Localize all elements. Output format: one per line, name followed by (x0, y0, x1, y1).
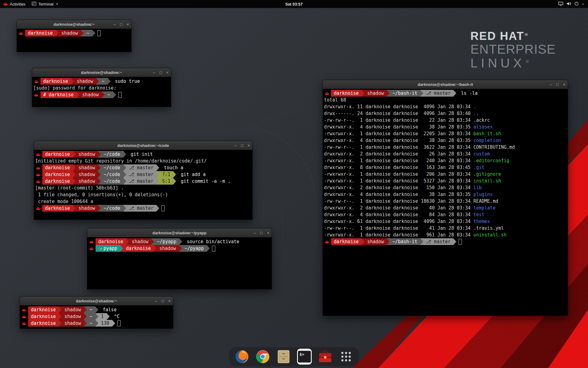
command-text: git commit -a -m . (178, 178, 231, 184)
powerline-separator (156, 164, 159, 171)
file-name: .git (473, 165, 484, 170)
maximize-button[interactable]: □ (120, 22, 123, 26)
terminal-body[interactable]: darknoiseshadow~/pyapp source bin/activa… (87, 237, 272, 289)
toolbox-icon[interactable] (318, 349, 333, 364)
terminal-cursor (161, 205, 165, 211)
powerline-separator (112, 320, 115, 327)
app-menu-terminal[interactable]: Terminal ▼ (28, 0, 61, 8)
prompt-segment-host: shadow (62, 313, 84, 320)
close-button[interactable]: × (168, 299, 171, 303)
close-button[interactable]: × (563, 82, 565, 86)
window-titlebar[interactable]: darknoise@shadow:~/code–□× (34, 141, 252, 150)
powerline-separator (207, 245, 210, 252)
files-icon[interactable] (276, 349, 291, 364)
minimize-button[interactable]: – (155, 299, 157, 303)
terminal-window[interactable]: darknoise@shadow:~/bash-it–□×darknoisesh… (322, 80, 568, 316)
terminal-window[interactable]: darknoise@shadow:~/code–□×darknoiseshado… (34, 141, 253, 220)
window-titlebar[interactable]: darknoise@shadow:~–□× (20, 297, 173, 305)
redhat-prompt-icon (325, 91, 329, 95)
ls-columns: drwx------. 24 darknoise darknoise 4096 … (324, 111, 473, 116)
redhat-prompt-icon (89, 247, 94, 250)
terminal-body[interactable]: darknoiseshadow~ (17, 29, 131, 52)
window-titlebar[interactable]: darknoise@shadow:~–□× (17, 20, 131, 29)
terminal-body[interactable]: darknoiseshadow~/code git initInitialize… (34, 150, 252, 220)
minimize-button[interactable]: – (234, 144, 236, 148)
maximize-button[interactable]: □ (260, 231, 263, 235)
prompt-segment-user: darknoise (42, 178, 73, 185)
maximize-button[interactable]: □ (556, 82, 559, 86)
maximize-button[interactable]: □ (162, 299, 164, 303)
ls-columns: drwxrwxr-x. 4 darknoise darknoise 84 Jan… (324, 212, 473, 217)
prompt-segment-user: darknoise (42, 171, 73, 178)
window-controls: –□× (153, 68, 168, 77)
file-name: test (473, 212, 484, 217)
powerline-separator (179, 245, 182, 252)
terminal-window[interactable]: darknoise@shadow:~–□×darknoiseshadow~ su… (32, 68, 171, 107)
terminal-line: drwxrwxr-x. 2 darknoise darknoise 40 Jan… (324, 205, 567, 211)
ls-columns: -rwxrwxr-x. 1 darknoise darknoise 5327 J… (324, 178, 473, 184)
power-icon (574, 1, 579, 7)
terminal-line: -rwxrwxr-x. 1 darknoise darknoise 961 Ja… (324, 232, 567, 238)
activities-button[interactable]: Activities (0, 0, 28, 8)
terminal-body[interactable]: darknoiseshadow~/bash-it⎇ master ls -lat… (323, 89, 568, 316)
terminal-line: drwxrwxr-x. 4 darknoise darknoise 84 Jan… (324, 211, 567, 218)
window-titlebar[interactable]: darknoise@shadow:~/pyapp–□× (87, 228, 272, 237)
command-text: ls -la (458, 90, 477, 96)
terminal-window[interactable]: darknoise@shadow:~–□×darknoiseshadow~ (17, 20, 132, 52)
powerline-separator (453, 238, 456, 245)
powerline-separator (386, 238, 390, 245)
powerline-separator (98, 151, 101, 158)
terminal-glyph: $> (298, 351, 311, 362)
close-button[interactable]: × (126, 22, 129, 26)
prompt-segment-path: ~/code (101, 171, 123, 178)
chrome-icon[interactable] (255, 349, 270, 364)
window-titlebar[interactable]: darknoise@shadow:~–□× (32, 68, 171, 77)
terminal-icon[interactable]: $> (297, 349, 312, 364)
terminal-body[interactable]: darknoiseshadow~ sudo true[sudo] passwor… (32, 77, 171, 107)
terminal-window[interactable]: darknoise@shadow:~/pyapp–□×darknoiseshad… (87, 228, 272, 289)
prompt-segment-user: # darknoise (40, 91, 76, 98)
close-button[interactable]: × (267, 231, 269, 235)
terminal-window[interactable]: darknoise@shadow:~–□×darknoiseshadow~ fa… (20, 296, 173, 329)
prompt-segment-user: darknoise (42, 164, 73, 171)
minimize-button[interactable]: – (153, 71, 155, 75)
maximize-button[interactable]: □ (160, 71, 162, 75)
close-button[interactable]: × (166, 71, 168, 75)
powerline-separator (420, 90, 423, 97)
terminal-line: drwxrwxr-x. 61 darknoise darknoise 4096 … (324, 218, 567, 225)
prompt-segment-host: shadow (364, 238, 386, 245)
powerline-separator (73, 164, 76, 171)
terminal-cursor (212, 246, 215, 251)
minimize-button[interactable]: – (550, 82, 552, 86)
powerline-separator (58, 313, 62, 320)
clock[interactable]: Sat 03:57 (282, 0, 306, 8)
redhat-prompt-icon (36, 152, 40, 156)
redhat-prompt-icon (22, 321, 26, 325)
app-grid-icon[interactable] (339, 349, 353, 364)
ls-columns: -rw-rw-r--. 1 darknoise darknoise 41 Jan… (324, 225, 473, 231)
windows-layer: darknoise@shadow:~–□×darknoiseshadow~dar… (0, 0, 588, 368)
terminal-line: create mode 100644 a (35, 198, 251, 205)
file-name: .ackrc (473, 117, 490, 123)
terminal-body[interactable]: darknoiseshadow~ falsedarknoiseshadow~1 … (20, 305, 173, 328)
ls-columns: drwxrwxr-x. 2 darknoise darknoise 150 Ja… (324, 185, 473, 190)
prompt-segment-user: darknoise (42, 151, 73, 158)
prompt-segment-host: shadow (76, 205, 98, 212)
maximize-button[interactable]: □ (241, 144, 243, 148)
terminal-line: drwxrwxr-x. 4 darknoise darknoise 38 Jan… (324, 191, 567, 198)
close-button[interactable]: × (247, 144, 250, 148)
powerline-separator (123, 178, 126, 185)
minimize-button[interactable]: – (113, 22, 115, 26)
prompt-segment-user: darknoise (42, 205, 73, 212)
prompt-segment-gitstat: S:1 (159, 178, 173, 185)
ls-columns: drwxrwxr-x. 4 darknoise darknoise 38 Jan… (324, 138, 473, 143)
prompt-segment-path: ~/code (101, 164, 123, 171)
terminal-line: -rwxrwxr-x. 1 darknoise darknoise 2205 J… (324, 130, 567, 137)
firefox-icon[interactable] (235, 349, 249, 364)
window-titlebar[interactable]: darknoise@shadow:~/bash-it–□× (323, 80, 568, 89)
redhat-prompt-icon (325, 240, 329, 243)
minimize-button[interactable]: – (254, 231, 256, 235)
system-menu[interactable]: ▾ (555, 0, 587, 8)
prompt-segment-user: darknoise (331, 90, 361, 97)
prompt-segment-host: shadow (76, 164, 98, 171)
